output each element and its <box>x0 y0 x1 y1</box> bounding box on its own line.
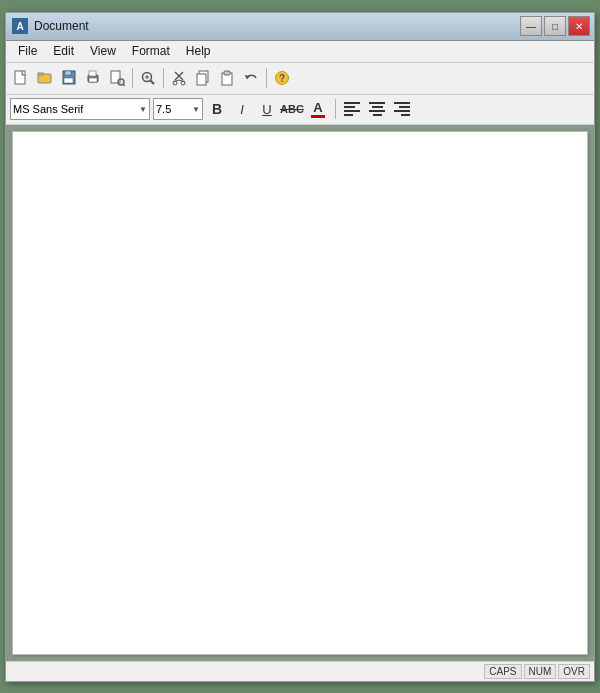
paste-button[interactable] <box>216 66 238 90</box>
editor-page[interactable] <box>12 131 588 655</box>
separator-3 <box>266 68 267 88</box>
svg-text:?: ? <box>279 73 285 84</box>
print-icon <box>85 70 101 86</box>
format-separator <box>335 99 336 119</box>
close-button[interactable]: ✕ <box>568 16 590 36</box>
preview-button[interactable] <box>106 66 128 90</box>
open-icon <box>37 70 53 86</box>
svg-rect-5 <box>64 78 73 83</box>
menu-edit[interactable]: Edit <box>45 42 82 60</box>
paste-icon <box>219 70 235 86</box>
color-underline <box>311 115 325 118</box>
align-center-icon <box>369 102 385 116</box>
window-title: Document <box>34 19 89 33</box>
align-left-button[interactable] <box>341 98 363 120</box>
svg-rect-23 <box>197 74 206 85</box>
minimize-button[interactable]: — <box>520 16 542 36</box>
ovr-indicator: OVR <box>558 664 590 679</box>
svg-line-13 <box>151 81 155 85</box>
save-icon <box>61 70 77 86</box>
status-bar: CAPS NUM OVR <box>6 661 594 681</box>
svg-rect-7 <box>89 78 97 82</box>
menu-bar: File Edit View Format Help <box>6 41 594 63</box>
help-icon: ? <box>274 70 290 86</box>
save-button[interactable] <box>58 66 80 90</box>
align-right-button[interactable] <box>391 98 413 120</box>
new-button[interactable] <box>10 66 32 90</box>
align-center-button[interactable] <box>366 98 388 120</box>
align-right-icon <box>394 102 410 116</box>
menu-file[interactable]: File <box>10 42 45 60</box>
svg-rect-4 <box>65 71 71 75</box>
align-left-icon <box>344 102 360 116</box>
copy-icon <box>195 70 211 86</box>
help-button[interactable]: ? <box>271 66 293 90</box>
svg-rect-25 <box>224 71 230 75</box>
font-color-button[interactable]: A <box>306 98 330 120</box>
new-icon <box>13 70 29 86</box>
cut-icon <box>171 70 187 86</box>
menu-view[interactable]: View <box>82 42 124 60</box>
menu-help[interactable]: Help <box>178 42 219 60</box>
font-size-arrow: ▼ <box>192 105 200 114</box>
open-button[interactable] <box>34 66 56 90</box>
title-bar: A Document — □ ✕ <box>6 13 594 41</box>
caps-indicator: CAPS <box>484 664 521 679</box>
window-controls: — □ ✕ <box>520 16 590 36</box>
font-size-value: 7.5 <box>156 103 171 115</box>
svg-rect-2 <box>38 73 43 75</box>
preview-icon <box>109 70 125 86</box>
menu-format[interactable]: Format <box>124 42 178 60</box>
font-name-select[interactable]: MS Sans Serif ▼ <box>10 98 150 120</box>
find-button[interactable] <box>137 66 159 90</box>
find-icon <box>140 70 156 86</box>
bold-button[interactable]: B <box>206 98 228 120</box>
font-name-arrow: ▼ <box>139 105 147 114</box>
toolbar: ? <box>6 63 594 95</box>
separator-1 <box>132 68 133 88</box>
italic-button[interactable]: I <box>231 98 253 120</box>
print-button[interactable] <box>82 66 104 90</box>
font-size-select[interactable]: 7.5 ▼ <box>153 98 203 120</box>
underline-button[interactable]: U <box>256 98 278 120</box>
separator-2 <box>163 68 164 88</box>
cut-button[interactable] <box>168 66 190 90</box>
editor-container <box>6 125 594 661</box>
font-name-value: MS Sans Serif <box>13 103 83 115</box>
num-indicator: NUM <box>524 664 557 679</box>
copy-button[interactable] <box>192 66 214 90</box>
svg-rect-8 <box>89 71 96 76</box>
app-icon: A <box>12 18 28 34</box>
undo-icon <box>243 70 259 86</box>
app-window: A Document — □ ✕ File Edit View Format H… <box>5 12 595 682</box>
format-bar: MS Sans Serif ▼ 7.5 ▼ B I U ABC A <box>6 95 594 125</box>
strikethrough-button[interactable]: ABC <box>281 98 303 120</box>
title-bar-left: A Document <box>12 18 89 34</box>
maximize-button[interactable]: □ <box>544 16 566 36</box>
undo-button[interactable] <box>240 66 262 90</box>
svg-line-11 <box>123 84 125 86</box>
